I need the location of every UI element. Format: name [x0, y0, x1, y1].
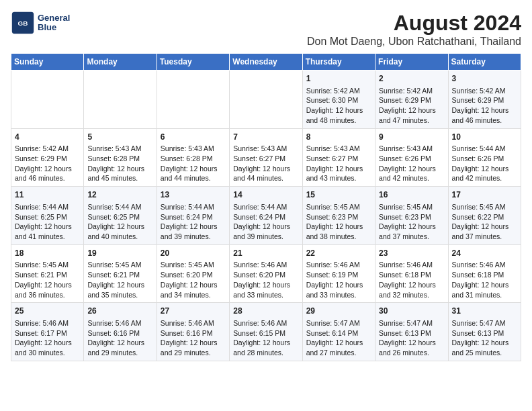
calendar-cell: 30Sunrise: 5:47 AMSunset: 6:13 PMDayligh…	[375, 303, 448, 361]
day-info: Sunrise: 5:42 AM	[452, 86, 517, 96]
day-number: 28	[233, 306, 298, 317]
calendar-table: SundayMondayTuesdayWednesdayThursdayFrid…	[11, 53, 521, 361]
day-info: Daylight: 12 hours and 41 minutes.	[15, 222, 80, 241]
day-info: Sunset: 6:16 PM	[87, 328, 152, 338]
day-info: Sunset: 6:15 PM	[233, 328, 298, 338]
day-info: Sunset: 6:28 PM	[161, 154, 226, 164]
day-info: Sunset: 6:16 PM	[161, 328, 226, 338]
day-info: Sunrise: 5:45 AM	[452, 202, 517, 212]
calendar-cell: 31Sunrise: 5:47 AMSunset: 6:13 PMDayligh…	[448, 303, 521, 361]
calendar-cell: 24Sunrise: 5:46 AMSunset: 6:18 PMDayligh…	[448, 244, 521, 303]
calendar-cell: 13Sunrise: 5:44 AMSunset: 6:24 PMDayligh…	[157, 187, 229, 245]
day-info: Sunset: 6:21 PM	[87, 270, 152, 280]
day-number: 5	[87, 132, 152, 143]
calendar-cell	[230, 71, 302, 129]
day-info: Daylight: 12 hours and 48 minutes.	[306, 105, 371, 125]
day-info: Sunrise: 5:43 AM	[87, 144, 152, 154]
weekday-header: Monday	[84, 54, 157, 71]
page-header: GB General Blue August 2024 Don Mot Daen…	[11, 11, 521, 48]
day-info: Sunrise: 5:43 AM	[306, 144, 371, 154]
day-info: Sunset: 6:27 PM	[306, 154, 371, 164]
day-info: Sunrise: 5:47 AM	[379, 318, 444, 328]
calendar-cell	[157, 71, 229, 129]
day-number: 27	[161, 306, 226, 317]
calendar-cell: 26Sunrise: 5:46 AMSunset: 6:16 PMDayligh…	[84, 303, 157, 361]
calendar-cell: 20Sunrise: 5:45 AMSunset: 6:20 PMDayligh…	[157, 244, 229, 303]
calendar-cell: 19Sunrise: 5:45 AMSunset: 6:21 PMDayligh…	[84, 244, 157, 303]
day-info: Sunset: 6:20 PM	[161, 270, 226, 280]
day-info: Daylight: 12 hours and 42 minutes.	[379, 164, 444, 183]
calendar-week-row: 1Sunrise: 5:42 AMSunset: 6:30 PMDaylight…	[11, 71, 521, 129]
calendar-cell: 23Sunrise: 5:46 AMSunset: 6:18 PMDayligh…	[375, 244, 448, 303]
day-info: Sunrise: 5:46 AM	[452, 260, 517, 270]
calendar-week-row: 18Sunrise: 5:45 AMSunset: 6:21 PMDayligh…	[11, 244, 521, 303]
day-number: 7	[233, 132, 298, 143]
calendar-cell: 25Sunrise: 5:46 AMSunset: 6:17 PMDayligh…	[11, 303, 84, 361]
day-info: Daylight: 12 hours and 31 minutes.	[452, 280, 517, 300]
calendar-week-row: 4Sunrise: 5:42 AMSunset: 6:29 PMDaylight…	[11, 128, 521, 187]
weekday-header: Tuesday	[157, 54, 229, 71]
day-info: Daylight: 12 hours and 26 minutes.	[379, 338, 444, 357]
calendar-cell: 17Sunrise: 5:45 AMSunset: 6:22 PMDayligh…	[448, 187, 521, 245]
day-info: Daylight: 12 hours and 44 minutes.	[161, 164, 226, 183]
calendar-cell: 16Sunrise: 5:45 AMSunset: 6:23 PMDayligh…	[375, 187, 448, 245]
day-info: Daylight: 12 hours and 33 minutes.	[233, 280, 298, 300]
day-info: Daylight: 12 hours and 40 minutes.	[87, 222, 152, 241]
logo: GB General Blue	[11, 11, 70, 35]
day-info: Daylight: 12 hours and 27 minutes.	[306, 338, 371, 357]
day-info: Daylight: 12 hours and 37 minutes.	[452, 222, 517, 241]
day-number: 26	[87, 306, 152, 317]
day-info: Sunrise: 5:46 AM	[161, 318, 226, 328]
day-info: Daylight: 12 hours and 45 minutes.	[87, 164, 152, 183]
day-info: Sunset: 6:19 PM	[306, 270, 371, 280]
day-number: 13	[161, 189, 226, 201]
day-info: Sunrise: 5:46 AM	[233, 318, 298, 328]
day-info: Sunset: 6:28 PM	[87, 154, 152, 164]
day-info: Sunrise: 5:46 AM	[15, 318, 80, 328]
day-info: Daylight: 12 hours and 36 minutes.	[15, 280, 80, 300]
day-info: Daylight: 12 hours and 28 minutes.	[233, 338, 298, 357]
day-info: Sunrise: 5:44 AM	[161, 202, 226, 212]
day-number: 17	[452, 189, 517, 201]
day-info: Sunrise: 5:43 AM	[161, 144, 226, 154]
svg-text:GB: GB	[18, 19, 28, 27]
day-info: Daylight: 12 hours and 34 minutes.	[161, 280, 226, 300]
day-info: Sunset: 6:13 PM	[379, 328, 444, 338]
day-info: Sunset: 6:13 PM	[452, 328, 517, 338]
title-area: August 2024 Don Mot Daeng, Ubon Ratchath…	[307, 11, 521, 48]
day-info: Daylight: 12 hours and 47 minutes.	[379, 105, 444, 125]
day-info: Sunset: 6:26 PM	[379, 154, 444, 164]
day-info: Sunset: 6:23 PM	[379, 212, 444, 222]
day-info: Sunset: 6:25 PM	[15, 212, 80, 222]
day-info: Daylight: 12 hours and 38 minutes.	[306, 222, 371, 241]
calendar-cell: 5Sunrise: 5:43 AMSunset: 6:28 PMDaylight…	[84, 128, 157, 187]
calendar-cell: 22Sunrise: 5:46 AMSunset: 6:19 PMDayligh…	[302, 244, 375, 303]
calendar-cell: 7Sunrise: 5:43 AMSunset: 6:27 PMDaylight…	[230, 128, 302, 187]
day-info: Sunset: 6:24 PM	[233, 212, 298, 222]
day-info: Sunrise: 5:45 AM	[15, 260, 80, 270]
day-info: Daylight: 12 hours and 30 minutes.	[15, 338, 80, 357]
day-info: Sunset: 6:27 PM	[233, 154, 298, 164]
calendar-cell: 28Sunrise: 5:46 AMSunset: 6:15 PMDayligh…	[230, 303, 302, 361]
day-number: 24	[452, 248, 517, 259]
day-info: Sunset: 6:25 PM	[87, 212, 152, 222]
day-info: Daylight: 12 hours and 35 minutes.	[87, 280, 152, 300]
weekday-header: Thursday	[302, 54, 375, 71]
day-number: 9	[379, 132, 444, 143]
day-info: Sunset: 6:29 PM	[15, 154, 80, 164]
calendar-cell: 9Sunrise: 5:43 AMSunset: 6:26 PMDaylight…	[375, 128, 448, 187]
day-info: Sunrise: 5:43 AM	[233, 144, 298, 154]
day-info: Sunset: 6:29 PM	[452, 95, 517, 105]
day-info: Daylight: 12 hours and 29 minutes.	[161, 338, 226, 357]
day-number: 12	[87, 189, 152, 201]
day-number: 18	[15, 248, 80, 259]
day-number: 14	[233, 189, 298, 201]
calendar-cell: 18Sunrise: 5:45 AMSunset: 6:21 PMDayligh…	[11, 244, 84, 303]
calendar-cell: 2Sunrise: 5:42 AMSunset: 6:29 PMDaylight…	[375, 71, 448, 129]
day-info: Daylight: 12 hours and 46 minutes.	[452, 105, 517, 125]
day-info: Sunrise: 5:44 AM	[233, 202, 298, 212]
weekday-header: Friday	[375, 54, 448, 71]
day-number: 29	[306, 306, 371, 317]
calendar-cell: 10Sunrise: 5:44 AMSunset: 6:26 PMDayligh…	[448, 128, 521, 187]
day-info: Sunset: 6:20 PM	[233, 270, 298, 280]
